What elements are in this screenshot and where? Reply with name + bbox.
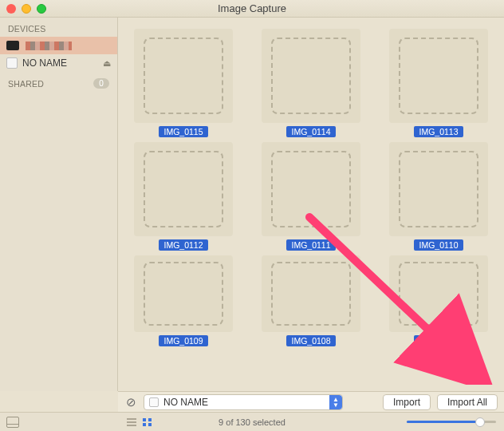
device-name-redacted (26, 42, 72, 50)
thumbnail-placeholder (134, 255, 233, 332)
grid-cell[interactable]: IMG_0107 (383, 255, 494, 346)
import-toolbar: ⊘ NO NAME ▲▼ Import Import All (118, 391, 504, 412)
filename-label: IMG_0114 (286, 126, 335, 137)
window-controls (6, 4, 46, 14)
list-view-button[interactable] (124, 416, 139, 429)
grid-cell[interactable]: IMG_0110 (383, 142, 494, 251)
phone-icon (6, 41, 19, 50)
window-title: Image Capture (218, 2, 286, 14)
thumbnail-placeholder (389, 29, 488, 123)
filename-label: IMG_0113 (414, 126, 463, 137)
thumbnail-placeholder (134, 29, 233, 123)
shared-count-badge: 0 (93, 78, 109, 89)
thumbnail-placeholder (262, 255, 360, 332)
sidebar-item-label: NO NAME (22, 57, 67, 69)
minimize-button[interactable] (22, 4, 31, 14)
close-button[interactable] (6, 4, 16, 14)
window-titlebar: Image Capture (0, 0, 504, 18)
grid-cell[interactable]: IMG_0109 (128, 255, 239, 346)
status-bar: 9 of 130 selected (0, 412, 504, 431)
import-all-button[interactable]: Import All (437, 394, 498, 410)
thumbnail-placeholder (134, 142, 233, 236)
grid-cell[interactable]: IMG_0113 (383, 29, 494, 137)
thumbnail-placeholder (262, 29, 360, 123)
sidebar-device-phone[interactable] (0, 37, 117, 54)
thumbnail-grid: IMG_0115 IMG_0114 IMG_0113 IMG_0112 IMG_… (118, 18, 504, 391)
svg-rect-5 (148, 418, 152, 421)
thumbnail-placeholder (389, 142, 488, 236)
sd-card-icon (149, 397, 159, 407)
grid-cell[interactable]: IMG_0112 (128, 142, 239, 251)
dropdown-stepper-icon: ▲▼ (329, 395, 342, 409)
import-button[interactable]: Import (383, 394, 431, 410)
sd-card-icon (6, 57, 18, 69)
grid-cell[interactable]: IMG_0108 (255, 255, 367, 346)
thumbnail-size-slider[interactable] (407, 417, 496, 428)
thumbnail-placeholder (389, 255, 488, 332)
svg-rect-6 (143, 423, 146, 426)
zoom-button[interactable] (37, 4, 46, 14)
delete-after-import-icon[interactable]: ⊘ (124, 396, 137, 409)
sidebar-heading-devices: DEVICES (0, 22, 117, 37)
eject-icon[interactable]: ⏏ (103, 58, 111, 69)
main-content: IMG_0115 IMG_0114 IMG_0113 IMG_0112 IMG_… (118, 18, 504, 391)
sidebar: DEVICES NO NAME ⏏ SHARED 0 (0, 18, 118, 391)
sidebar-heading-shared: SHARED 0 (0, 77, 117, 92)
grid-cell[interactable]: IMG_0111 (255, 142, 367, 251)
sidebar-device-sdcard[interactable]: NO NAME ⏏ (0, 54, 117, 72)
destination-label: NO NAME (163, 397, 208, 408)
svg-rect-7 (148, 423, 152, 426)
filename-label: IMG_0107 (414, 335, 463, 346)
selection-status: 9 of 130 selected (219, 417, 285, 427)
thumbnail-placeholder (262, 142, 360, 236)
filename-label: IMG_0109 (159, 335, 207, 346)
filename-label: IMG_0108 (286, 335, 335, 346)
grid-view-button[interactable] (140, 416, 155, 429)
grid-cell[interactable]: IMG_0115 (128, 29, 239, 137)
sidebar-toggle-button[interactable] (6, 417, 19, 428)
filename-label: IMG_0111 (286, 239, 335, 251)
filename-label: IMG_0112 (159, 239, 207, 251)
svg-rect-4 (143, 418, 146, 421)
import-destination-select[interactable]: NO NAME ▲▼ (144, 394, 343, 410)
filename-label: IMG_0110 (414, 239, 463, 251)
grid-cell[interactable]: IMG_0114 (255, 29, 367, 137)
filename-label: IMG_0115 (159, 126, 207, 137)
view-mode-switcher (124, 416, 155, 429)
